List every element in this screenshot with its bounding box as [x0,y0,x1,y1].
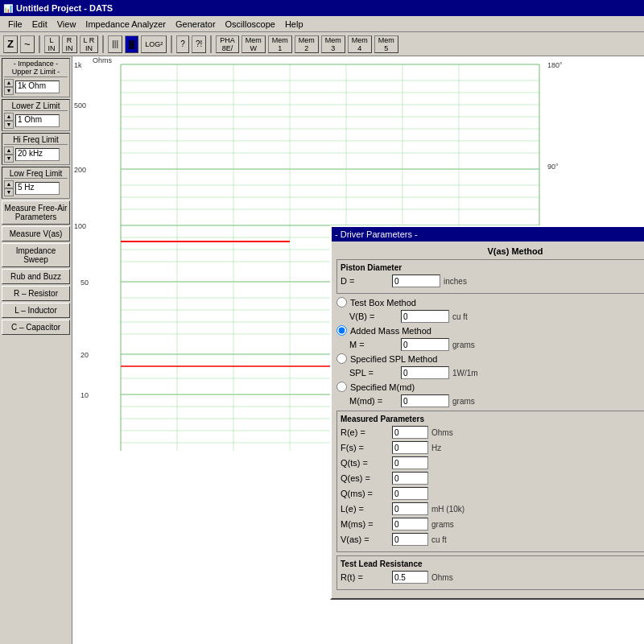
fs-input[interactable] [392,441,428,454]
toolbar-help2-btn[interactable]: ?! [192,35,206,53]
test-box-radio[interactable] [336,297,347,308]
specified-mmd-radio[interactable] [336,382,347,392]
low-freq-value[interactable]: 5 Hz [15,182,60,195]
c-capacitor-btn[interactable]: C – Capacitor [2,320,70,335]
mms-unit: grams [431,520,454,529]
low-freq-up[interactable]: ▲ [4,180,14,188]
measure-vas-btn[interactable]: Measure V(as) [2,226,70,242]
menu-generator[interactable]: Generator [171,18,221,31]
qms-label: Q(ms) = [341,489,389,498]
vb-label: V(B) = [349,312,398,321]
menu-file[interactable]: File [3,18,27,31]
mms-input[interactable] [392,518,428,530]
m-input[interactable] [401,338,449,351]
impedance-upper-value[interactable]: 1k Ohm [15,80,60,93]
d-input[interactable] [392,275,440,287]
main-content: - Impedance - Upper Z Limit - ▲ ▼ 1k Ohm… [0,56,644,644]
fs-row: F(s) = Hz [341,441,644,454]
d-label: D = [341,276,389,286]
toolbar-mem4-btn[interactable]: Mem4 [348,35,372,53]
added-mass-radio[interactable] [336,325,347,336]
toolbar-wave-btn[interactable]: ~ [20,35,35,53]
phase-180-label: 180° [547,61,563,69]
le-label: L(e) = [341,504,389,514]
toolbar-help-btn[interactable]: ? [176,35,189,53]
mmd-input[interactable] [401,394,449,407]
rub-buzz-btn[interactable]: Rub and Buzz [2,269,70,284]
piston-diameter-title: Piston Diameter [341,263,644,272]
impedance-upper-down[interactable]: ▼ [4,87,14,95]
hi-freq-value[interactable]: 20 kHz [15,148,60,161]
spl-input[interactable] [401,366,449,379]
y-label-200: 200 [74,166,86,174]
added-mass-label: Added Mass Method [350,326,431,336]
qms-input[interactable] [392,487,428,500]
lower-z-up[interactable]: ▲ [4,113,14,121]
low-freq-box: Low Freq Limit ▲ ▼ 5 Hz [2,167,70,199]
toolbar-pha-btn[interactable]: PHA8E/ [216,35,239,53]
impedance-sweep-btn[interactable]: Impedance Sweep [2,243,70,267]
ohms-label: Ohms [93,56,113,64]
m-row: M = grams [336,338,644,351]
menu-oscilloscope[interactable]: Oscilloscope [221,18,280,31]
impedance-upper-up[interactable]: ▲ [4,79,14,87]
rt-label: R(t) = [341,572,389,582]
menu-edit[interactable]: Edit [27,18,52,31]
toolbar-mem1-btn[interactable]: Mem1 [268,35,292,53]
specified-mmd-row: Specified M(md) [336,382,644,392]
toolbar-l-in-btn[interactable]: LIN [44,35,60,53]
lower-z-value[interactable]: 1 Ohm [15,114,60,127]
hi-freq-up[interactable]: ▲ [4,147,14,155]
measured-params-cols: R(e) = Ohms F(s) = Hz Q(ts) = [341,426,644,548]
toolbar-block-btn[interactable]: ▓ [125,35,138,53]
toolbar-mem-w-btn[interactable]: MemW [242,35,266,53]
specified-spl-radio[interactable] [336,353,347,364]
qts-input[interactable] [392,456,428,469]
menu-impedance-analyzer[interactable]: Impedance Analyzer [80,18,171,31]
app-icon: 📊 [3,4,13,13]
rt-unit: Ohms [431,573,453,582]
specified-spl-row: Specified SPL Method [336,353,644,364]
hi-freq-down[interactable]: ▼ [4,155,14,163]
low-freq-down[interactable]: ▼ [4,188,14,196]
vb-input[interactable] [401,310,449,323]
menu-view[interactable]: View [52,18,81,31]
re-row: R(e) = Ohms [341,426,644,439]
y-label-500: 500 [74,101,86,109]
vas-input[interactable] [392,533,428,546]
vas-unit: cu ft [431,535,447,544]
y-label-1k: 1k [74,61,82,69]
le-unit: mH (10k) [431,505,464,514]
toolbar-r-in-btn[interactable]: RIN [62,35,77,53]
impedance-upper-label: - Impedance - Upper Z Limit - [4,60,68,77]
m-unit: grams [452,341,475,349]
l-inductor-btn[interactable]: L – Inductor [2,303,70,318]
re-input[interactable] [392,426,428,439]
overlay-content: V(as) Method Piston Diameter D = inches … [332,242,644,598]
phase-90-label: 90° [547,163,559,171]
menu-help[interactable]: Help [280,18,308,31]
chart-area: Test interface 1 Test interface 2 [72,56,644,644]
rt-row: R(t) = Ohms [341,571,644,584]
vb-unit: cu ft [452,312,468,321]
rt-input[interactable] [392,571,428,584]
toolbar-lr-in-btn[interactable]: L RIN [80,35,99,53]
toolbar-mem5-btn[interactable]: Mem5 [374,35,398,53]
toolbar-log-btn[interactable]: LOG² [141,35,167,53]
r-resistor-btn[interactable]: R – Resistor [2,286,70,301]
measured-params-title: Measured Parameters [341,415,644,423]
y-label-50: 50 [80,279,89,287]
lower-z-down[interactable]: ▼ [4,121,14,129]
toolbar-bars-btn[interactable]: ||| [108,35,122,53]
lower-z-label: Lower Z Limit [4,101,68,111]
mmd-row: M(md) = grams [336,394,644,407]
piston-d-row: D = inches [341,275,644,287]
le-input[interactable] [392,502,428,515]
toolbar-z-btn[interactable]: Z [3,35,18,53]
piston-diameter-section: Piston Diameter D = inches [336,259,644,294]
toolbar-mem3-btn[interactable]: Mem3 [321,35,345,53]
toolbar-mem2-btn[interactable]: Mem2 [295,35,319,53]
toolbar-sep-4 [210,35,212,53]
qes-input[interactable] [392,472,428,485]
measure-free-air-btn[interactable]: Measure Free-Air Parameters [2,200,70,225]
